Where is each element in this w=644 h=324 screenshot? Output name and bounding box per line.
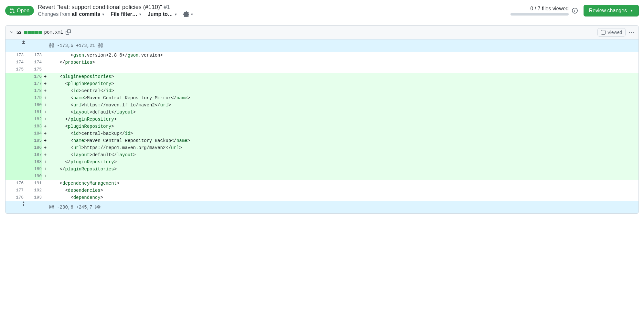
svg-rect-0 (22, 43, 25, 44)
line-number-new[interactable]: 185 (24, 137, 42, 144)
diff-line: 178+ <id>central</id> (5, 87, 639, 94)
line-number-old[interactable] (5, 94, 24, 102)
caret-down-icon: ▼ (190, 13, 194, 16)
info-icon[interactable]: i (572, 8, 578, 14)
line-number-old[interactable] (5, 87, 24, 94)
line-number-new[interactable]: 182 (24, 116, 42, 123)
diff-marker: + (42, 166, 49, 173)
line-number-new[interactable]: 188 (24, 158, 42, 166)
diff-table: @@ -173,6 +173,21 @@173173 <gson.version… (5, 39, 639, 213)
line-number-old[interactable] (5, 137, 24, 144)
line-number-old[interactable] (5, 158, 24, 166)
diff-settings-dropdown[interactable]: ▼ (183, 11, 194, 17)
review-changes-button[interactable]: Review changes ▼ (584, 5, 639, 16)
line-number-new[interactable]: 176 (24, 73, 42, 80)
line-number-old[interactable]: 176 (5, 180, 24, 187)
line-number-old[interactable]: 177 (5, 187, 24, 194)
line-number-old[interactable] (5, 144, 24, 151)
diff-marker: + (42, 123, 49, 130)
diff-line: 176191 <dependencyManagement> (5, 180, 639, 187)
diff-line-count[interactable]: 53 (16, 30, 22, 35)
diff-marker (42, 180, 49, 187)
diff-marker: + (42, 116, 49, 123)
line-number-new[interactable]: 193 (24, 194, 42, 201)
line-number-new[interactable]: 183 (24, 123, 42, 130)
diff-line: 180+ <url>https://maven.lf.lc/maven2</ur… (5, 102, 639, 109)
line-number-old[interactable]: 173 (5, 52, 24, 59)
line-number-new[interactable]: 190 (24, 173, 42, 180)
line-number-old[interactable] (5, 116, 24, 123)
line-number-new[interactable]: 181 (24, 109, 42, 116)
line-number-old[interactable] (5, 166, 24, 173)
pr-header: Open Revert "feat: support conditional p… (0, 0, 644, 21)
line-number-new[interactable]: 192 (24, 187, 42, 194)
copy-icon[interactable] (66, 29, 71, 36)
line-number-old[interactable]: 178 (5, 194, 24, 201)
pr-number: #1 (164, 4, 170, 10)
line-number-old[interactable] (5, 109, 24, 116)
caret-down-icon: ▼ (139, 13, 142, 16)
code-line: </pluginRepository> (49, 116, 639, 123)
line-number-old[interactable] (5, 80, 24, 87)
code-line: <dependencies> (49, 187, 639, 194)
line-number-new[interactable]: 178 (24, 87, 42, 94)
line-number-old[interactable] (5, 73, 24, 80)
diff-marker: + (42, 158, 49, 166)
line-number-old[interactable] (5, 151, 24, 158)
line-number-new[interactable]: 179 (24, 94, 42, 102)
hunk-header: @@ -173,6 +173,21 @@ (5, 39, 639, 52)
code-line: </properties> (49, 59, 639, 66)
expand-icon[interactable] (5, 39, 42, 52)
file-filter-dropdown[interactable]: File filter… ▼ (111, 11, 142, 17)
line-number-old[interactable] (5, 130, 24, 137)
diff-marker: + (42, 94, 49, 102)
diff-marker: + (42, 80, 49, 87)
expand-icon[interactable] (5, 201, 42, 213)
diff-marker (42, 187, 49, 194)
line-number-new[interactable]: 180 (24, 102, 42, 109)
pr-state-badge: Open (5, 6, 34, 16)
git-pull-request-icon (10, 8, 15, 13)
viewed-checkbox[interactable]: Viewed (597, 28, 626, 37)
jump-to-dropdown[interactable]: Jump to… ▼ (148, 11, 177, 17)
line-number-old[interactable] (5, 173, 24, 180)
line-number-new[interactable]: 177 (24, 80, 42, 87)
line-number-old[interactable] (5, 102, 24, 109)
file-actions-menu[interactable]: ··· (629, 30, 635, 35)
line-number-old[interactable]: 175 (5, 66, 24, 73)
line-number-old[interactable]: 174 (5, 59, 24, 66)
caret-down-icon: ▼ (630, 9, 633, 12)
hunk-text: @@ -230,6 +245,7 @@ (49, 201, 639, 213)
diff-marker: + (42, 151, 49, 158)
line-number-new[interactable]: 186 (24, 144, 42, 151)
pr-state-text: Open (17, 8, 29, 14)
line-number-new[interactable]: 189 (24, 166, 42, 173)
files-viewed-progress: 0 / 7 files viewed i (510, 6, 578, 16)
line-number-new[interactable]: 184 (24, 130, 42, 137)
diff-marker (42, 194, 49, 201)
diffstat-squares (24, 31, 42, 34)
caret-down-icon: ▼ (174, 13, 177, 16)
code-line: <layout>default</layout> (49, 151, 639, 158)
diff-marker: + (42, 73, 49, 80)
diff-line: 185+ <name>Maven Central Repository Back… (5, 137, 639, 144)
diff-marker: + (42, 137, 49, 144)
line-number-old[interactable] (5, 123, 24, 130)
diff-line: 181+ <layout>default</layout> (5, 109, 639, 116)
diff-line: 173173 <gson.version>2.8.6</gson.version… (5, 52, 639, 59)
line-number-new[interactable]: 174 (24, 59, 42, 66)
line-number-new[interactable]: 173 (24, 52, 42, 59)
diff-line: 184+ <id>central-backup</id> (5, 130, 639, 137)
diff-line: 188+ </pluginRepository> (5, 158, 639, 166)
code-line: <layout>default</layout> (49, 109, 639, 116)
file-path[interactable]: pom.xml (44, 30, 63, 35)
line-number-new[interactable]: 191 (24, 180, 42, 187)
code-line: <name>Maven Central Repository Mirror</n… (49, 94, 639, 102)
chevron-down-icon[interactable] (9, 30, 14, 35)
gear-icon (183, 11, 189, 17)
line-number-new[interactable]: 187 (24, 151, 42, 158)
file-header: 53 pom.xml Viewed ··· (5, 26, 639, 39)
code-line: <id>central-backup</id> (49, 130, 639, 137)
line-number-new[interactable]: 175 (24, 66, 42, 73)
changes-from-dropdown[interactable]: Changes from all commits ▼ (38, 11, 105, 17)
